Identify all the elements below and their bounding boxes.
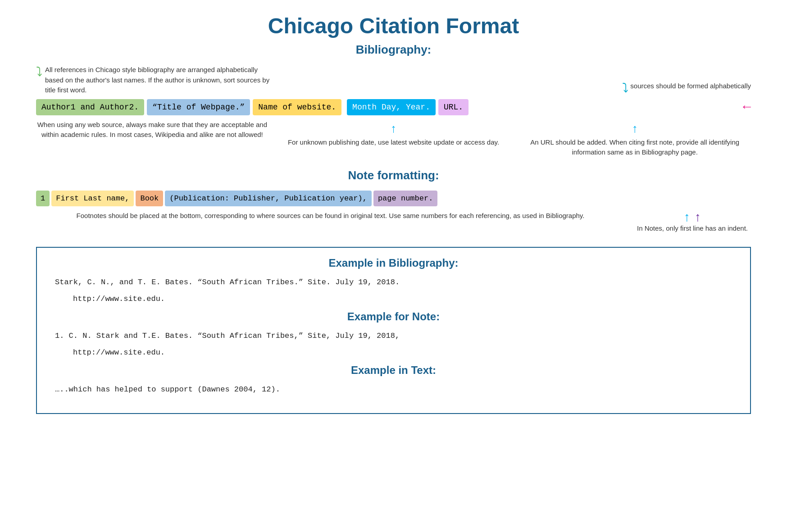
- below-note-right: ↑ ↑ In Notes, only first line has an ind…: [634, 211, 751, 234]
- top-right-annotation: ⤵ sources should be formed alphabeticall…: [622, 81, 751, 95]
- purple-arrow-up-note-icon: ↑: [695, 211, 701, 223]
- note-book: Book: [136, 191, 163, 206]
- note-citation-bar: 1 First Last name, Book (Publication: Pu…: [36, 191, 751, 206]
- green-arrow-down-icon: ⤵: [36, 65, 42, 79]
- cyan-arrow-up-icon: ↑: [391, 120, 396, 137]
- cyan-arrow-up-note-icon: ↑: [684, 211, 690, 223]
- below-note-annotations: Footnotes should be placed at the bottom…: [36, 211, 751, 234]
- page-title: Chicago Citation Format: [27, 14, 760, 38]
- bibliography-heading: Bibliography:: [27, 43, 760, 57]
- note-number: 1: [36, 191, 50, 206]
- top-annotations: ⤵ All references in Chicago style biblio…: [27, 65, 760, 95]
- top-left-annotation: ⤵ All references in Chicago style biblio…: [36, 65, 270, 95]
- example-text-line1: …..which has helped to support (Dawnes 2…: [55, 383, 732, 397]
- example-note-line2: http://www.site.edu.: [55, 346, 732, 360]
- example-text-heading: Example in Text:: [55, 364, 732, 377]
- example-note-line1: 1. C. N. Stark and T.E. Bates. “South Af…: [55, 329, 732, 343]
- cite-website: Name of website.: [253, 99, 341, 115]
- note-pagenum: page number.: [373, 191, 437, 206]
- example-bib-heading: Example in Bibliography:: [55, 257, 732, 269]
- example-note-heading: Example for Note:: [55, 310, 732, 323]
- below-bib-right: ↑ An URL should be added. When citing fi…: [519, 120, 751, 158]
- note-name: First Last name,: [51, 191, 134, 206]
- bibliography-citation-bar: Author1 and Author2. “Title of Webpage.”…: [36, 99, 751, 115]
- cite-title: “Title of Webpage.”: [147, 99, 250, 115]
- note-section: Note formatting: 1 First Last name, Book…: [27, 168, 760, 234]
- note-heading: Note formatting:: [27, 168, 760, 182]
- cite-author: Author1 and Author2.: [36, 99, 144, 115]
- cyan-arrow-down-icon: ⤵: [622, 81, 628, 95]
- below-bib-mid: ↑ For unknown publishing date, use lates…: [277, 120, 510, 158]
- below-bib-annotations: When using any web source, always make s…: [36, 120, 751, 158]
- cite-url: URL.: [438, 99, 469, 115]
- below-note-left: Footnotes should be placed at the bottom…: [36, 211, 625, 234]
- example-bib-line2: http://www.site.edu.: [55, 292, 732, 306]
- annotation-top-right-text: sources should be formed alphabetically: [630, 81, 751, 91]
- note-publication: (Publication: Publisher, Publication yea…: [165, 191, 372, 206]
- cyan-arrow-up-icon2: ↑: [632, 120, 638, 137]
- example-box: Example in Bibliography: Stark, C. N., a…: [36, 247, 751, 414]
- pink-arrow-left-icon: ←: [743, 100, 751, 115]
- below-bib-left: When using any web source, always make s…: [36, 120, 268, 158]
- annotation-top-left-text: All references in Chicago style bibliogr…: [45, 65, 270, 95]
- example-bib-line1: Stark, C. N., and T. E. Bates. “South Af…: [55, 276, 732, 290]
- cite-date: Month Day, Year.: [347, 99, 436, 115]
